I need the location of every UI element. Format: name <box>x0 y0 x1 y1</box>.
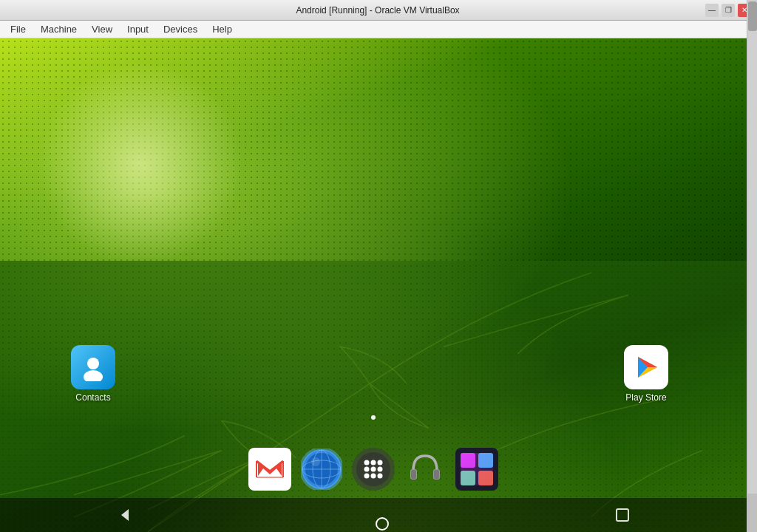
menu-help[interactable]: Help <box>205 22 240 36</box>
playstore-icon-img <box>624 345 668 389</box>
vm-screen[interactable]: Contacts Play Store <box>0 38 747 532</box>
scrollbar-thumb[interactable] <box>748 1 757 31</box>
android-wallpaper: Contacts Play Store <box>0 38 747 532</box>
contacts-icon-label: Contacts <box>75 392 110 403</box>
svg-point-0 <box>87 358 99 369</box>
restore-button[interactable]: ❐ <box>722 4 735 17</box>
contacts-icon-img <box>71 345 115 389</box>
svg-point-1 <box>84 370 103 381</box>
menu-machine[interactable]: Machine <box>33 22 84 36</box>
menubar: File Machine View Input Devices Help <box>0 21 757 38</box>
scrollbar[interactable] <box>747 0 757 494</box>
minimize-button[interactable]: — <box>705 4 719 17</box>
bright-spot <box>30 53 251 275</box>
playstore-icon[interactable]: Play Store <box>617 345 676 403</box>
menu-file[interactable]: File <box>3 22 33 36</box>
titlebar: Android [Running] - Oracle VM VirtualBox… <box>0 0 757 21</box>
titlebar-title: Android [Running] - Oracle VM VirtualBox <box>50 5 705 16</box>
menu-input[interactable]: Input <box>120 22 156 36</box>
playstore-icon-label: Play Store <box>625 392 666 403</box>
titlebar-controls: — ❐ ✕ <box>705 4 751 17</box>
menu-view[interactable]: View <box>84 22 120 36</box>
contacts-icon[interactable]: Contacts <box>64 345 123 403</box>
menu-devices[interactable]: Devices <box>156 22 205 36</box>
